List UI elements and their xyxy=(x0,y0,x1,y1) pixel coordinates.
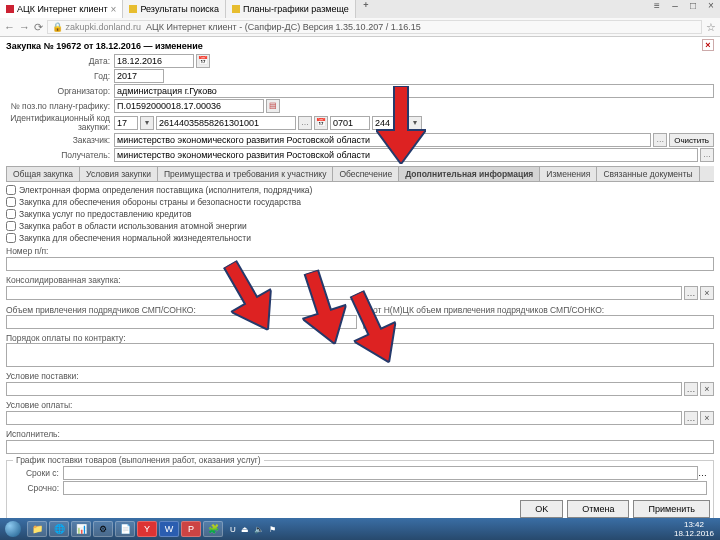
tab-requirements[interactable]: Преимущества и требования к участнику xyxy=(157,166,333,181)
calendar-icon[interactable]: 📅 xyxy=(196,54,210,68)
inner-tabbar: Общая закупка Условия закупки Преимущест… xyxy=(6,166,714,182)
tab-additional-info[interactable]: Дополнительная информация xyxy=(398,166,540,181)
lookup-icon[interactable]: … xyxy=(298,116,312,130)
bookmark-icon[interactable]: ☆ xyxy=(706,21,716,34)
task-icon[interactable]: ⚙ xyxy=(93,521,113,537)
plan-graphic-field[interactable] xyxy=(114,99,264,113)
volume-pct-field[interactable] xyxy=(363,315,714,329)
ispolnitel-field[interactable] xyxy=(6,440,714,454)
browser-tab-2[interactable]: Планы-графики размеще xyxy=(226,0,356,18)
start-button[interactable] xyxy=(0,518,26,540)
ok-button[interactable]: OK xyxy=(520,500,563,518)
tab-label: Результаты поиска xyxy=(140,4,218,14)
task-icon[interactable]: 📄 xyxy=(115,521,135,537)
task-icon-yandex[interactable]: Y xyxy=(137,521,157,537)
tray-eject-icon[interactable]: ⏏ xyxy=(241,525,249,534)
chk-atomic-box[interactable] xyxy=(6,221,16,231)
svg-marker-0 xyxy=(376,86,426,164)
tab-linked-docs[interactable]: Связанные документы xyxy=(596,166,699,181)
zakazchik-label: Заказчик: xyxy=(6,136,114,145)
tab-changes[interactable]: Изменения xyxy=(539,166,597,181)
tray-volume-icon[interactable]: 🔈 xyxy=(254,525,264,534)
task-icon[interactable]: 🧩 xyxy=(203,521,223,537)
tab-label: АЦК Интернет клиент xyxy=(17,4,108,14)
idk-seg1[interactable] xyxy=(114,116,138,130)
task-icon[interactable]: 📁 xyxy=(27,521,47,537)
strok-field[interactable] xyxy=(63,466,698,480)
task-icon-powerpoint[interactable]: P xyxy=(181,521,201,537)
chk-defense-box[interactable] xyxy=(6,197,16,207)
chk-credit[interactable]: Закупка услуг по предоставлению кредитов xyxy=(6,208,714,220)
chk-life[interactable]: Закупка для обеспечения нормальной жизне… xyxy=(6,232,714,244)
minimize-icon[interactable]: – xyxy=(666,0,684,18)
clear-icon[interactable]: × xyxy=(700,382,714,396)
clear-icon[interactable]: × xyxy=(700,411,714,425)
lookup-icon[interactable]: … xyxy=(684,382,698,396)
date-field[interactable] xyxy=(114,54,194,68)
browser-chrome: АЦК Интернет клиент × Результаты поиска … xyxy=(0,0,720,37)
idk-seg3[interactable] xyxy=(330,116,370,130)
year-field[interactable] xyxy=(114,69,164,83)
close-window-icon[interactable]: × xyxy=(702,0,720,18)
chk-life-box[interactable] xyxy=(6,233,16,243)
lookup-icon[interactable]: … xyxy=(700,148,714,162)
new-tab-button[interactable]: + xyxy=(356,0,376,18)
task-icon-word[interactable]: W xyxy=(159,521,179,537)
browser-tab-1[interactable]: Результаты поиска xyxy=(123,0,225,18)
srochn-label: Срочно: xyxy=(13,484,63,493)
tray-lang[interactable]: U xyxy=(230,525,236,534)
konsolid-label: Консолидированная закупка: xyxy=(6,275,714,285)
lookup-icon[interactable]: … xyxy=(684,411,698,425)
uslovie-opl-field[interactable] xyxy=(6,411,682,425)
browser-tabs: АЦК Интернет клиент × Результаты поиска … xyxy=(0,0,720,18)
clock[interactable]: 13:42 18.12.2016 xyxy=(668,520,720,538)
chk-atomic[interactable]: Закупка работ в области использования ат… xyxy=(6,220,714,232)
chk-electronic-box[interactable] xyxy=(6,185,16,195)
annotation-arrow xyxy=(376,86,426,164)
chk-electronic[interactable]: Электронная форма определения поставщика… xyxy=(6,184,714,196)
windows-taskbar: 📁 🌐 📊 ⚙ 📄 Y W P 🧩 U ⏏ 🔈 ⚑ 13:42 18.12.20… xyxy=(0,518,720,540)
idk-label: Идентификационный код закупки: xyxy=(6,114,114,132)
close-icon[interactable]: × xyxy=(111,4,117,15)
menu-icon[interactable]: ≡ xyxy=(648,0,666,18)
calendar-icon[interactable]: 📅 xyxy=(314,116,328,130)
clock-time: 13:42 xyxy=(674,520,714,529)
tab-conditions[interactable]: Условия закупки xyxy=(79,166,158,181)
chevron-down-icon[interactable]: ▾ xyxy=(140,116,154,130)
plan-graphic-label: № поз.по плану-графику: xyxy=(6,102,114,111)
cancel-button[interactable]: Отмена xyxy=(567,500,629,518)
lookup-icon[interactable]: ▤ xyxy=(266,99,280,113)
url-host: zakupki.donland.ru xyxy=(66,22,142,32)
idk-seg2[interactable] xyxy=(156,116,296,130)
task-icon[interactable]: 🌐 xyxy=(49,521,69,537)
apply-button[interactable]: Применить xyxy=(633,500,710,518)
maximize-icon[interactable]: □ xyxy=(684,0,702,18)
lookup-icon[interactable]: … xyxy=(653,133,667,147)
browser-tab-0[interactable]: АЦК Интернет клиент × xyxy=(0,0,123,18)
strok-label: Сроки с: xyxy=(13,469,63,478)
forward-icon[interactable]: → xyxy=(19,21,30,33)
clear-button[interactable]: Очистить xyxy=(669,133,714,147)
address-bar[interactable]: 🔒 zakupki.donland.ru АЦК Интернет клиент… xyxy=(47,20,702,34)
volume-pct-label: % от Н(М)ЦК объем привлечения подрядчико… xyxy=(363,305,714,315)
tray-flag-icon[interactable]: ⚑ xyxy=(269,525,276,534)
system-tray: U ⏏ 🔈 ⚑ xyxy=(224,525,282,534)
task-icon[interactable]: 📊 xyxy=(71,521,91,537)
clear-icon[interactable]: × xyxy=(700,286,714,300)
lock-icon: 🔒 xyxy=(52,22,63,32)
date-label: Дата: xyxy=(6,57,114,66)
clock-date: 18.12.2016 xyxy=(674,529,714,538)
lookup-icon[interactable]: … xyxy=(698,468,707,478)
tab-general[interactable]: Общая закупка xyxy=(6,166,80,181)
reload-icon[interactable]: ⟳ xyxy=(34,21,43,34)
uslovie-post-field[interactable] xyxy=(6,382,682,396)
chk-credit-box[interactable] xyxy=(6,209,16,219)
nomer-field[interactable] xyxy=(6,257,714,271)
close-document-button[interactable]: × xyxy=(702,39,714,51)
back-icon[interactable]: ← xyxy=(4,21,15,33)
srochn-field[interactable] xyxy=(63,481,707,495)
poluchatel-label: Получатель: xyxy=(6,151,114,160)
chk-defense[interactable]: Закупка для обеспечения обороны страны и… xyxy=(6,196,714,208)
lookup-icon[interactable]: … xyxy=(684,286,698,300)
tab-security[interactable]: Обеспечение xyxy=(332,166,399,181)
